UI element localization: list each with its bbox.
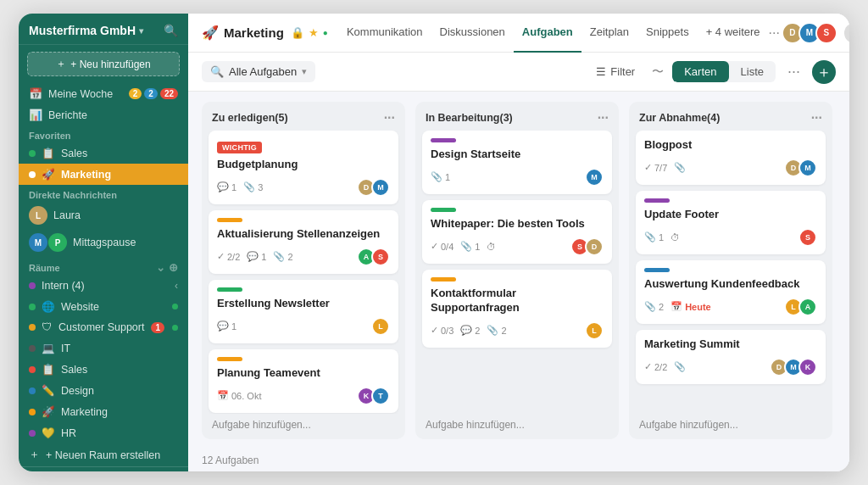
task-card[interactable]: Update Footer 📎1 ⏱ S xyxy=(636,191,826,254)
sidebar-item-website[interactable]: 🌐 Website xyxy=(19,296,188,317)
topbar: 🚀 Marketing 🔒 ★ ● Kommunikation Diskussi… xyxy=(188,14,849,53)
lock-icon[interactable]: 🔒 xyxy=(291,26,304,39)
dot-icon xyxy=(29,345,36,352)
column-title: Zur Abnahme(4) xyxy=(639,112,720,124)
more-icon[interactable]: ··· xyxy=(769,25,780,41)
task-card[interactable]: Design Startseite 📎1 M xyxy=(422,131,612,194)
card-title: Planung Teamevent xyxy=(217,366,390,381)
column-more-icon[interactable]: ··· xyxy=(811,110,822,125)
card-tag-bar xyxy=(431,208,456,212)
sidebar-item-it[interactable]: 💻 IT xyxy=(19,337,188,359)
dot-icon xyxy=(29,171,36,178)
card-title: Auswertung Kundenfeedback xyxy=(644,277,817,292)
task-card[interactable]: Aktualisierung Stellenanzeigen ✓2/2 💬1 📎… xyxy=(209,210,398,274)
task-card[interactable]: Auswertung Kundenfeedback 📎2 📅Heute L A xyxy=(636,260,826,324)
card-tag-bar xyxy=(217,218,242,222)
new-button[interactable]: ＋ + Neu hinzufügen xyxy=(27,52,180,76)
card-avatar: A xyxy=(798,298,817,316)
topbar-icons: 🔒 ★ ● xyxy=(291,26,328,39)
card-avatar: K xyxy=(798,358,817,376)
add-member-button[interactable]: ＋ xyxy=(844,23,849,43)
dot-icon xyxy=(29,282,36,289)
task-card[interactable]: Planung Teamevent 📅06. Okt K T xyxy=(209,349,398,413)
chevron-down-icon[interactable]: ⌄ xyxy=(156,261,165,274)
card-meta: 💬1 xyxy=(217,321,236,332)
dot-icon xyxy=(29,304,36,310)
search-icon[interactable]: 🔍 xyxy=(164,24,178,37)
column-more-icon[interactable]: ··· xyxy=(384,110,395,125)
plus-icon: ＋ xyxy=(29,448,40,462)
task-count: 12 Aufgaben xyxy=(202,454,259,466)
sidebar-new-room[interactable]: ＋ + Neuen Raum erstellen xyxy=(19,443,188,466)
column-in-bearbeitung: In Bearbeitung(3) ··· Design Startseite … xyxy=(415,102,619,439)
tab-more[interactable]: + 4 weitere xyxy=(698,14,769,53)
card-avatar: S xyxy=(798,228,817,247)
task-card[interactable]: Marketing Summit ✓2/2 📎 D M K xyxy=(636,330,826,384)
sidebar-item-mittagspause[interactable]: M P Mittagspause xyxy=(19,229,188,256)
card-tag-bar xyxy=(431,138,456,142)
tab-kommunikation[interactable]: Kommunikation xyxy=(338,14,431,53)
sidebar-item-intern[interactable]: Intern (4) ‹ xyxy=(19,276,188,296)
sidebar-item-design[interactable]: ✏️ Design xyxy=(19,380,188,401)
dot-icon xyxy=(29,387,36,394)
add-task-link[interactable]: Aufgabe hinzufügen... xyxy=(419,414,615,436)
dot-icon xyxy=(29,366,36,373)
sidebar-item-hr[interactable]: 💛 HR xyxy=(19,422,188,443)
tab-aufgaben[interactable]: Aufgaben xyxy=(514,14,581,53)
topbar-nav: Kommunikation Diskussionen Aufgaben Zeit… xyxy=(338,14,769,53)
dot-icon xyxy=(29,430,36,437)
column-header: In Bearbeitung(3) ··· xyxy=(415,102,619,131)
card-meta: ✓2/2 📎 xyxy=(644,361,686,372)
user-profile[interactable]: D Dennis ● Live Chat & Support « xyxy=(19,466,188,471)
task-card[interactable]: Kontaktformular Supportanfragen ✓0/3 💬2 … xyxy=(422,270,612,348)
tab-snippets[interactable]: Snippets xyxy=(637,14,698,53)
filter-text: Filter xyxy=(610,65,635,78)
tasks-filter-dropdown[interactable]: 🔍 Alle Aufgaben ▾ xyxy=(202,61,315,82)
filter-label: Alle Aufgaben xyxy=(229,65,297,78)
task-card[interactable]: Blogpost ✓7/7 📎 D M xyxy=(636,131,826,185)
add-task-button[interactable]: ＋ xyxy=(812,60,836,84)
sidebar-item-sales2[interactable]: 📋 Sales xyxy=(19,359,188,380)
card-title: Budgetplanung xyxy=(217,158,390,172)
tab-diskussionen[interactable]: Diskussionen xyxy=(431,14,514,53)
sidebar-item-berichte[interactable]: 📊 Berichte xyxy=(19,104,188,125)
card-title: Erstellung Newsletter xyxy=(217,297,390,311)
company-name[interactable]: Musterfirma GmbH ▾ xyxy=(29,24,143,37)
star-icon[interactable]: ★ xyxy=(309,26,319,39)
sidebar-item-marketing[interactable]: 🚀 Marketing xyxy=(19,164,188,185)
filter-button[interactable]: ☰ Filter xyxy=(587,61,643,82)
chart-icon: 📊 xyxy=(29,109,42,121)
sidebar-item-marketing2[interactable]: 🚀 Marketing xyxy=(19,401,188,422)
task-card[interactable]: Erstellung Newsletter 💬1 L xyxy=(209,280,398,343)
card-tag-bar xyxy=(217,287,242,292)
direct-messages-label: Direkte Nachrichten xyxy=(19,185,188,202)
list-view-button[interactable]: Liste xyxy=(729,61,776,82)
sidebar-item-laura[interactable]: L Laura xyxy=(19,202,188,229)
add-room-icon[interactable]: ⊕ xyxy=(169,261,178,274)
add-task-link[interactable]: Aufgabe hinzufügen... xyxy=(632,414,829,436)
status-dot xyxy=(172,325,178,331)
chevron-down-icon: ▾ xyxy=(302,66,307,77)
cards-view-button[interactable]: Karten xyxy=(672,61,728,82)
more-options-icon[interactable]: ··· xyxy=(784,59,804,84)
sidebar-item-customer-support[interactable]: 🛡 Customer Support 1 xyxy=(19,317,188,337)
filter-icon: ☰ xyxy=(596,65,606,78)
sidebar-header: Musterfirma GmbH ▾ 🔍 xyxy=(19,14,188,45)
column-zur-abnahme: Zur Abnahme(4) ··· Blogpost ✓7/7 📎 xyxy=(629,102,832,439)
tag-wichtig: WICHTIG xyxy=(217,142,262,153)
sidebar-item-sales[interactable]: 📋 Sales xyxy=(19,142,188,164)
tab-zeitplan[interactable]: Zeitplan xyxy=(581,14,637,53)
task-card[interactable]: WICHTIG Budgetplanung 💬1 📎3 D M xyxy=(209,131,398,204)
card-meta: 📅06. Okt xyxy=(217,390,261,401)
card-avatar: L xyxy=(371,317,390,336)
card-meta: ✓0/3 💬2 📎2 xyxy=(431,325,507,336)
card-tag-bar xyxy=(644,268,670,272)
task-card[interactable]: Whitepaper: Die besten Tools ✓0/4 📎1 ⏱ S… xyxy=(422,200,612,264)
card-meta: 📎2 📅Heute xyxy=(644,301,711,312)
sidebar-item-meine-woche[interactable]: 📅 Meine Woche 2 2 22 xyxy=(19,83,188,104)
board-footer: 12 Aufgaben xyxy=(188,449,849,471)
add-task-link[interactable]: Aufgabe hinzufügen... xyxy=(205,414,402,436)
column-more-icon[interactable]: ··· xyxy=(598,110,609,125)
app-container: Musterfirma GmbH ▾ 🔍 ＋ + Neu hinzufügen … xyxy=(19,14,849,471)
analytics-icon[interactable]: 〜 xyxy=(652,64,664,80)
